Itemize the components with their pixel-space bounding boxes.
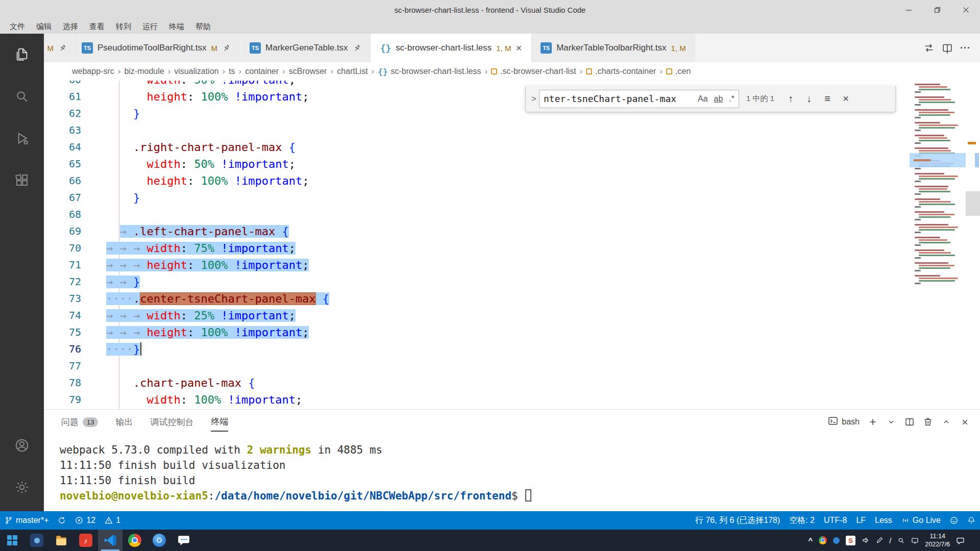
tray-slash-icon[interactable]: / <box>889 536 891 545</box>
taskbar-app-red-icon[interactable]: ♪ <box>74 530 98 551</box>
line-number[interactable]: 69 <box>44 223 81 240</box>
taskbar-chat-icon[interactable] <box>172 530 196 551</box>
code-line-73[interactable]: 73····.center-tsneChart-panel-max { <box>44 290 980 307</box>
maximize-panel-chevron[interactable] <box>938 414 954 430</box>
pin-icon[interactable] <box>222 44 231 53</box>
line-number[interactable]: 68 <box>44 206 81 223</box>
tab-MarkerTableToolbarRight.tsx[interactable]: TSMarkerTableToolbarRight.tsx1, M <box>531 34 696 62</box>
more-actions-icon[interactable]: ··· <box>960 43 971 54</box>
breadcrumb-item[interactable]: scBrowser <box>289 67 327 76</box>
find-previous-button[interactable]: ↑ <box>781 90 800 108</box>
menu-item-终端[interactable]: 终端 <box>163 20 190 33</box>
code-line-74[interactable]: 74→ → → width: 25% !important; <box>44 307 980 324</box>
taskbar-clock[interactable]: 11:14 2022/7/6 <box>925 532 950 549</box>
menu-item-选择[interactable]: 选择 <box>57 20 84 33</box>
line-number[interactable]: 71 <box>44 257 81 273</box>
new-terminal-button[interactable] <box>865 414 881 430</box>
pin-icon[interactable] <box>58 44 67 53</box>
status-feedback[interactable] <box>945 511 963 530</box>
line-number[interactable]: 72 <box>44 273 81 290</box>
shell-picker[interactable]: bash <box>828 416 860 428</box>
code-line-68[interactable]: 68 <box>44 206 980 223</box>
breadcrumb-item[interactable]: {}sc-browser-chart-list.less <box>378 67 481 77</box>
tray-chevron-up-icon[interactable]: ^ <box>808 536 813 545</box>
terminal[interactable]: webpack 5.73.0 compiled with 2 warnings … <box>44 434 980 504</box>
code-line-71[interactable]: 71→ → → height: 100% !important; <box>44 257 980 273</box>
action-center-icon[interactable] <box>956 536 965 545</box>
status-errors[interactable]: 12 <box>70 511 100 530</box>
line-number[interactable]: 78 <box>44 374 81 391</box>
code-line-72[interactable]: 72→ → } <box>44 273 980 290</box>
editor-scrollbar[interactable] <box>966 81 980 409</box>
breadcrumb-item[interactable]: ts <box>229 67 235 76</box>
find-input[interactable]: nter-tsneChart-panel-max Aa ab .* <box>539 90 739 108</box>
editor[interactable]: 60 width: 50% !important;61 height: 100%… <box>44 81 980 409</box>
taskbar-vscode-icon[interactable] <box>98 530 122 551</box>
tray-blue-dot-icon[interactable] <box>833 537 840 544</box>
taskbar-start-icon[interactable] <box>0 530 24 551</box>
line-number[interactable]: 76 <box>44 341 81 358</box>
pin-icon[interactable] <box>353 44 361 53</box>
whole-word-toggle[interactable]: ab <box>714 94 723 104</box>
breadcrumb-item[interactable]: biz-module <box>124 67 164 76</box>
line-number[interactable]: 79 <box>44 391 81 408</box>
line-number[interactable]: 66 <box>44 172 81 189</box>
panel-tab-终端[interactable]: 终端 <box>211 413 228 432</box>
breadcrumb-item[interactable]: .sc-browser-chart-list <box>491 67 576 76</box>
breadcrumb-item[interactable]: webapp-src <box>72 67 114 76</box>
menu-item-运行[interactable]: 运行 <box>137 20 163 33</box>
line-number[interactable]: 61 <box>44 88 81 105</box>
menu-item-帮助[interactable]: 帮助 <box>190 20 216 33</box>
line-number[interactable]: 64 <box>44 139 81 156</box>
code-line-77[interactable]: 77 <box>44 358 980 374</box>
breadcrumb-item[interactable]: chartList <box>337 67 368 76</box>
code-line-79[interactable]: 79 width: 100% !important; <box>44 391 980 408</box>
tray-monitor-icon[interactable] <box>911 537 919 544</box>
code-line-76[interactable]: 76····} <box>44 341 980 358</box>
line-number[interactable]: 73 <box>44 290 81 307</box>
minimize-button[interactable] <box>894 0 923 19</box>
minimap[interactable] <box>910 81 966 409</box>
breadcrumb-item[interactable]: .cen <box>666 67 691 76</box>
find-close-button[interactable]: × <box>837 90 855 108</box>
activity-search-icon[interactable] <box>0 76 44 117</box>
scrollbar-slider[interactable] <box>966 191 980 216</box>
line-number[interactable]: 77 <box>44 358 81 374</box>
line-number[interactable]: 60 <box>44 81 81 88</box>
close-tab-icon[interactable]: × <box>516 42 522 54</box>
menu-item-文件[interactable]: 文件 <box>4 20 31 33</box>
tray-speaker-icon[interactable] <box>862 536 870 544</box>
taskbar-file-explorer-icon[interactable] <box>49 530 74 551</box>
toggle-replace-chevron[interactable]: > <box>529 94 539 104</box>
code-line-66[interactable]: 66 height: 100% !important; <box>44 172 980 189</box>
line-number[interactable]: 62 <box>44 105 81 122</box>
breadcrumb-item[interactable]: visualization <box>174 67 218 76</box>
open-changes-icon[interactable] <box>923 42 935 54</box>
menu-item-转到[interactable]: 转到 <box>110 20 137 33</box>
taskbar-chrome-icon[interactable] <box>122 530 147 551</box>
activity-account-icon[interactable] <box>0 424 44 466</box>
line-number[interactable]: 74 <box>44 307 81 324</box>
find-next-button[interactable]: ↓ <box>800 90 818 108</box>
line-number[interactable]: 65 <box>44 156 81 172</box>
activity-settings-icon[interactable] <box>0 466 44 508</box>
tray-magnifier-icon[interactable] <box>897 537 905 544</box>
status-encoding[interactable]: UTF-8 <box>819 511 851 530</box>
taskbar-browser-blue-icon[interactable] <box>147 530 172 551</box>
tray-sogou-icon[interactable]: S <box>846 536 855 545</box>
tab-sc-browser-chart-list.less[interactable]: {}sc-browser-chart-list.less1, M× <box>371 34 532 62</box>
split-editor-icon[interactable] <box>942 42 953 54</box>
panel-tab-输出[interactable]: 输出 <box>115 413 133 432</box>
status-warnings[interactable]: 1 <box>100 511 125 530</box>
panel-tab-问题[interactable]: 问题13 <box>61 413 98 432</box>
status-language-mode[interactable]: Less <box>870 511 897 530</box>
status-eol[interactable]: LF <box>851 511 870 530</box>
tab-PseudotimeToolBarRight.tsx[interactable]: TSPseudotimeToolBarRight.tsxM <box>72 34 240 62</box>
line-number[interactable]: 75 <box>44 324 81 341</box>
breadcrumb-item[interactable]: container <box>245 67 279 76</box>
code-line-63[interactable]: 63 <box>44 122 980 139</box>
tray-chrome-mini-icon[interactable] <box>819 536 827 544</box>
panel-tab-调试控制台[interactable]: 调试控制台 <box>150 413 193 432</box>
status-indentation[interactable]: 空格: 2 <box>785 511 819 530</box>
match-case-toggle[interactable]: Aa <box>698 94 708 104</box>
